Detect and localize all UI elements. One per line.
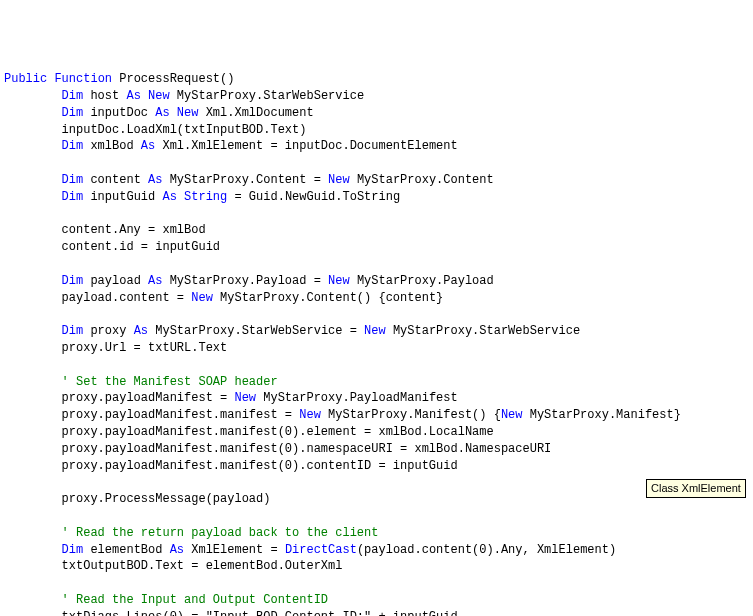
code-text: xmlBod: [83, 139, 141, 153]
code-text: (payload.content(0).Any, XmlElement): [357, 543, 616, 557]
code-text: [170, 106, 177, 120]
code-line: proxy.payloadManifest.manifest(0).conten…: [4, 458, 749, 475]
code-text: [141, 89, 148, 103]
code-text: Xml.XmlElement = inputDoc.DocumentElemen…: [155, 139, 457, 153]
code-line: payload.content = New MyStarProxy.Conten…: [4, 290, 749, 307]
keyword: Dim: [62, 274, 84, 288]
keyword: As: [170, 543, 184, 557]
code-line: proxy.Url = txtURL.Text: [4, 340, 749, 357]
code-text: proxy.payloadManifest =: [4, 391, 234, 405]
code-line: Dim proxy As MyStarProxy.StarWebService …: [4, 323, 749, 340]
code-text: MyStarProxy.Manifest}: [523, 408, 681, 422]
code-block: Public Function ProcessRequest() Dim hos…: [4, 71, 749, 616]
blank-line: [4, 206, 749, 223]
indent: [4, 89, 62, 103]
code-text: content: [83, 173, 148, 187]
indent: [4, 190, 62, 204]
code-line: Dim payload As MyStarProxy.Payload = New…: [4, 273, 749, 290]
code-line: Public Function ProcessRequest(): [4, 71, 749, 88]
blank-line: [4, 575, 749, 592]
code-text: payload: [83, 274, 148, 288]
code-text: MyStarProxy.Content: [350, 173, 494, 187]
code-text: MyStarProxy.Content() {content}: [213, 291, 443, 305]
keyword: Public: [4, 72, 47, 86]
keyword: As: [134, 324, 148, 338]
keyword: As: [155, 106, 169, 120]
keyword: Function: [54, 72, 112, 86]
keyword: New: [191, 291, 213, 305]
keyword: Dim: [62, 324, 84, 338]
keyword: As: [162, 190, 176, 204]
code-text: MyStarProxy.StarWebService: [386, 324, 580, 338]
keyword: DirectCast: [285, 543, 357, 557]
code-text: inputGuid: [83, 190, 162, 204]
code-line: proxy.payloadManifest = New MyStarProxy.…: [4, 390, 749, 407]
code-line: ' Read the Input and Output ContentID: [4, 592, 749, 609]
code-text: elementBod: [83, 543, 169, 557]
indent: [4, 274, 62, 288]
code-line: content.id = inputGuid: [4, 239, 749, 256]
code-line: proxy.payloadManifest.manifest(0).namesp…: [4, 441, 749, 458]
code-text: inputDoc: [83, 106, 155, 120]
code-text: XmlElement =: [184, 543, 285, 557]
indent: [4, 526, 62, 540]
indent: [4, 173, 62, 187]
code-text: MyStarProxy.StarWebService =: [148, 324, 364, 338]
code-line: ' Read the return payload back to the cl…: [4, 525, 749, 542]
keyword: As: [148, 173, 162, 187]
indent: [4, 139, 62, 153]
code-text: MyStarProxy.Payload =: [162, 274, 328, 288]
code-text: MyStarProxy.Content =: [162, 173, 328, 187]
keyword: New: [177, 106, 199, 120]
code-text: Xml.XmlDocument: [198, 106, 313, 120]
code-line: content.Any = xmlBod: [4, 222, 749, 239]
tooltip: Class XmlElement: [646, 479, 746, 498]
keyword: New: [328, 274, 350, 288]
keyword: As: [126, 89, 140, 103]
code-line: proxy.ProcessMessage(payload): [4, 491, 749, 508]
blank-line: [4, 474, 749, 491]
code-line: proxy.payloadManifest.manifest = New MyS…: [4, 407, 749, 424]
code-line: Dim inputDoc As New Xml.XmlDocument: [4, 105, 749, 122]
indent: [4, 375, 62, 389]
blank-line: [4, 155, 749, 172]
code-line: inputDoc.LoadXml(txtInputBOD.Text): [4, 122, 749, 139]
code-text: host: [83, 89, 126, 103]
keyword: New: [364, 324, 386, 338]
keyword: New: [299, 408, 321, 422]
code-text: MyStarProxy.Payload: [350, 274, 494, 288]
keyword: Dim: [62, 106, 84, 120]
code-text: MyStarProxy.StarWebService: [170, 89, 364, 103]
code-text: ProcessRequest(): [112, 72, 234, 86]
code-text: proxy.payloadManifest.manifest =: [4, 408, 299, 422]
code-text: payload.content =: [4, 291, 191, 305]
indent: [4, 324, 62, 338]
code-text: proxy: [83, 324, 133, 338]
code-line: Dim content As MyStarProxy.Content = New…: [4, 172, 749, 189]
blank-line: [4, 306, 749, 323]
comment: ' Read the return payload back to the cl…: [62, 526, 379, 540]
code-line: txtOutputBOD.Text = elementBod.OuterXml: [4, 558, 749, 575]
keyword: Dim: [62, 190, 84, 204]
code-line: Dim inputGuid As String = Guid.NewGuid.T…: [4, 189, 749, 206]
keyword: As: [148, 274, 162, 288]
code-text: = Guid.NewGuid.ToString: [227, 190, 400, 204]
code-line: proxy.payloadManifest.manifest(0).elemen…: [4, 424, 749, 441]
code-text: [177, 190, 184, 204]
blank-line: [4, 357, 749, 374]
keyword: Dim: [62, 139, 84, 153]
keyword: String: [184, 190, 227, 204]
blank-line: [4, 256, 749, 273]
code-line: txtDiags.Lines(0) = "Input BOD Content I…: [4, 609, 749, 616]
keyword: Dim: [62, 173, 84, 187]
keyword: As: [141, 139, 155, 153]
code-line: ' Set the Manifest SOAP header: [4, 374, 749, 391]
indent: [4, 593, 62, 607]
keyword: Dim: [62, 89, 84, 103]
blank-line: [4, 508, 749, 525]
indent: [4, 106, 62, 120]
comment: ' Read the Input and Output ContentID: [62, 593, 328, 607]
code-text: MyStarProxy.Manifest() {: [321, 408, 501, 422]
keyword: New: [234, 391, 256, 405]
code-line: Dim host As New MyStarProxy.StarWebServi…: [4, 88, 749, 105]
